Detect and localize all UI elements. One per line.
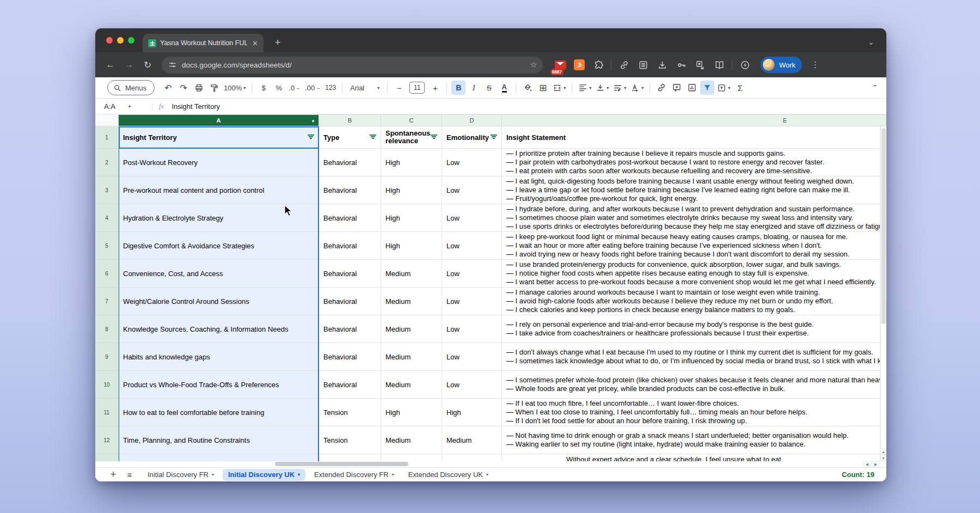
bookmark-star-icon[interactable]: ☆ xyxy=(530,60,537,70)
sheet-tab[interactable]: Extended Discovery FR▾ xyxy=(309,469,400,481)
cell-relevance[interactable]: High xyxy=(381,176,442,204)
filter-views-button[interactable]: ▾ xyxy=(715,81,732,95)
cell-relevance[interactable]: Medium xyxy=(381,315,442,343)
cell-relevance[interactable]: Medium xyxy=(381,343,442,371)
cell-territory[interactable]: Product vs Whole-Food Trade-Offs & Prefe… xyxy=(119,371,319,399)
collapse-toolbar-icon[interactable]: ⌃ xyxy=(872,84,878,91)
cell-type[interactable]: Behavioral xyxy=(319,149,381,176)
row-number[interactable]: 1 xyxy=(95,126,119,149)
column-header-e[interactable]: E xyxy=(502,114,886,126)
cell-relevance[interactable]: Medium xyxy=(381,426,442,454)
row-number[interactable]: 12 xyxy=(95,426,119,454)
more-formats-button[interactable]: 123 xyxy=(323,81,338,95)
cell-type[interactable]: Tension xyxy=(319,399,381,426)
menus-search-button[interactable]: Menus xyxy=(107,80,155,95)
cell-emotionality[interactable]: Medium xyxy=(442,426,502,454)
header-cell-emotionality[interactable]: Emotionality xyxy=(442,126,502,149)
reading-mode-book-icon[interactable] xyxy=(713,58,726,71)
cell-type[interactable]: Behavioral xyxy=(319,288,381,315)
cell-territory[interactable] xyxy=(119,454,319,461)
decrease-decimals-button[interactable]: .0← xyxy=(287,81,302,95)
zoom-window-button[interactable] xyxy=(128,37,134,44)
cell-relevance[interactable]: Medium xyxy=(381,371,442,399)
fill-color-button[interactable] xyxy=(520,81,535,95)
header-cell-territory[interactable]: Insight Territory xyxy=(119,126,319,149)
cell-emotionality[interactable]: Low xyxy=(442,232,502,260)
cell-relevance[interactable]: High xyxy=(381,232,442,260)
decrease-font-size-button[interactable]: − xyxy=(392,81,406,95)
cell-type[interactable]: Behavioral xyxy=(319,371,381,399)
close-tab-icon[interactable]: ✕ xyxy=(251,39,259,47)
profile-chip[interactable]: Work xyxy=(761,57,802,73)
copy-link-icon[interactable] xyxy=(617,58,630,71)
cell-territory[interactable]: Weight/Calorie Control Around Sessions xyxy=(119,288,319,315)
cell-relevance[interactable]: High xyxy=(381,399,442,426)
new-tab-button[interactable]: + xyxy=(271,35,285,50)
font-size-input[interactable]: 11 xyxy=(409,82,425,94)
sheet-tab-menu-icon[interactable]: ▾ xyxy=(392,472,394,477)
password-key-icon[interactable] xyxy=(675,58,688,71)
row-number[interactable]: 4 xyxy=(95,204,119,232)
cell-territory[interactable]: Digestive Comfort & Avoidance Strategies xyxy=(119,232,319,260)
row-number[interactable]: 8 xyxy=(95,315,119,343)
filter-funnel-icon[interactable] xyxy=(307,135,314,141)
cell-emotionality[interactable] xyxy=(442,454,502,461)
row-number[interactable]: 9 xyxy=(95,343,119,371)
row-number[interactable]: 11 xyxy=(95,399,119,426)
cell-territory[interactable]: Habits and knowledge gaps xyxy=(119,343,319,371)
italic-button[interactable]: I xyxy=(467,81,481,95)
horizontal-align-button[interactable]: ▾ xyxy=(577,81,593,95)
cell-insights[interactable]: — I manage calories around workouts beca… xyxy=(502,288,880,315)
address-bar[interactable]: docs.google.com/spreadsheets/d/ ☆ xyxy=(162,57,543,74)
cell-type[interactable]: Tension xyxy=(319,426,381,454)
row-number[interactable]: 10 xyxy=(95,371,119,399)
count-status[interactable]: Count: 19 xyxy=(842,471,874,479)
cell-insights[interactable]: — Not having time to drink enough or gra… xyxy=(502,426,880,454)
cell-emotionality[interactable]: Low xyxy=(442,343,502,371)
column-header-d[interactable]: D xyxy=(442,114,502,126)
text-wrap-button[interactable]: ▾ xyxy=(611,81,628,95)
cell-territory[interactable]: Time, Planning, and Routine Constraints xyxy=(119,426,319,454)
cell-emotionality[interactable]: Low xyxy=(442,204,502,232)
back-icon[interactable]: ← xyxy=(103,57,118,72)
redo-button[interactable]: ↷ xyxy=(176,81,191,95)
cell-emotionality[interactable]: Low xyxy=(442,176,502,204)
cell-relevance[interactable]: Medium xyxy=(381,260,442,288)
sheet-tab[interactable]: Initial Discovery FR▾ xyxy=(142,469,219,481)
downloads-icon[interactable] xyxy=(656,58,669,71)
cell-relevance[interactable]: High xyxy=(381,149,442,176)
cell-type[interactable]: Behavioral xyxy=(319,260,381,288)
increase-font-size-button[interactable]: + xyxy=(428,81,442,95)
format-currency-button[interactable]: $ xyxy=(256,81,271,95)
forward-icon[interactable]: → xyxy=(121,57,137,72)
cell-territory[interactable]: How to eat to feel comfortable before tr… xyxy=(119,399,319,426)
reload-icon[interactable]: ↻ xyxy=(140,57,155,72)
cell-type[interactable]: Behavioral xyxy=(319,232,381,260)
increase-decimals-button[interactable]: .00→ xyxy=(303,81,322,95)
horizontal-scrollbar[interactable]: ◀ ▶ xyxy=(95,461,886,467)
header-cell-relevance[interactable]: Spontaneous relevance xyxy=(381,126,442,149)
insert-link-button[interactable] xyxy=(654,81,669,95)
cell-type[interactable]: Behavioral xyxy=(319,343,381,371)
browser-menu-icon[interactable]: ⋮ xyxy=(811,60,819,70)
cell-emotionality[interactable]: Low xyxy=(442,260,502,288)
cell-emotionality[interactable]: Low xyxy=(442,288,502,315)
hubspot-extension-icon[interactable] xyxy=(573,58,586,71)
url-text[interactable]: docs.google.com/spreadsheets/d/ xyxy=(182,61,525,69)
cell-insights[interactable]: — I rely on personal experience and tria… xyxy=(502,315,880,343)
undo-button[interactable]: ↶ xyxy=(161,81,175,95)
format-percent-button[interactable]: % xyxy=(272,81,286,95)
select-all-corner[interactable] xyxy=(95,114,119,126)
scroll-right-icon[interactable]: ▶ xyxy=(872,461,880,467)
cell-insights[interactable]: — If I eat too much fibre, I feel uncomf… xyxy=(502,399,880,426)
column-header-c[interactable]: C xyxy=(381,114,442,126)
paint-format-button[interactable] xyxy=(207,81,221,95)
scroll-up-icon[interactable]: ▲ xyxy=(880,448,886,455)
cell-insights[interactable]: — I hydrate before, during, and after wo… xyxy=(502,204,880,232)
header-cell-type[interactable]: Type xyxy=(319,126,381,149)
cell-territory[interactable]: Knowledge Sources, Coaching, & Informati… xyxy=(119,315,319,343)
cell-relevance[interactable]: Medium xyxy=(381,288,442,315)
create-filter-button[interactable] xyxy=(700,81,714,95)
row-number[interactable]: 2 xyxy=(95,149,119,176)
gmail-extension-icon[interactable]: 6687 xyxy=(554,58,567,71)
